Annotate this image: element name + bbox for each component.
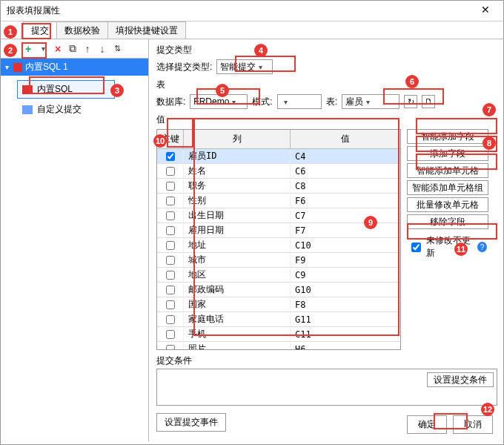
pk-checkbox[interactable]	[166, 167, 175, 176]
badge-7: 7	[483, 103, 496, 116]
grid-val: G11	[291, 314, 400, 325]
pk-checkbox[interactable]	[166, 182, 175, 191]
batch-modify-button[interactable]: 批量修改单元格	[407, 197, 488, 212]
badge-9: 9	[364, 216, 377, 229]
tree-root[interactable]: ▾ 内置SQL 1	[1, 59, 148, 76]
grid-row[interactable]: 雇员IDC4	[157, 149, 400, 164]
pk-checkbox[interactable]	[166, 315, 175, 324]
grid-row[interactable]: 家庭电话G11	[157, 312, 400, 327]
grid-val: C9	[291, 270, 400, 280]
badge-10: 10	[153, 134, 167, 148]
grid-col: 手机	[184, 328, 291, 340]
db-icon	[22, 85, 33, 94]
delete-icon[interactable]: ×	[51, 42, 64, 56]
chevron-down-icon: ▾	[366, 98, 370, 106]
grid-row[interactable]: 城市F9	[157, 253, 400, 268]
pk-checkbox[interactable]	[166, 286, 175, 294]
table-combo[interactable]: 雇员 ▾	[342, 94, 399, 109]
pk-checkbox[interactable]	[166, 197, 175, 205]
grid-row[interactable]: 邮政编码G10	[157, 283, 400, 297]
tree-root-label: 内置SQL 1	[25, 61, 68, 73]
tree-item-label: 内置SQL	[37, 83, 73, 96]
grid-col: 雇员ID	[184, 150, 291, 162]
dropdown-icon[interactable]: ▾	[36, 42, 50, 56]
help-icon[interactable]: ?	[477, 242, 487, 252]
add-icon[interactable]: +	[21, 42, 35, 56]
grid-header-val: 值	[291, 130, 400, 148]
tab-submit[interactable]: 提交	[23, 22, 57, 39]
expand-icon: ▾	[5, 63, 9, 71]
pk-checkbox[interactable]	[166, 226, 175, 235]
grid-val: C8	[291, 181, 400, 191]
badge-6: 6	[405, 75, 419, 88]
grid-row[interactable]: 照片H6	[157, 342, 400, 349]
grid-col: 邮政编码	[184, 283, 291, 296]
add-field-button[interactable]: 添加字段	[407, 146, 488, 161]
grid-row[interactable]: 姓名C6	[157, 164, 400, 179]
left-toolbar: + ▾ ×	[1, 39, 148, 59]
grid-val: G10	[291, 285, 400, 295]
chevron-down-icon: ▾	[284, 98, 288, 106]
badge-8: 8	[483, 136, 496, 150]
grid-row[interactable]: 手机C11	[157, 327, 400, 342]
tree-item-label: 自定义提交	[37, 103, 82, 116]
grid-col: 地区	[184, 268, 291, 281]
mode-combo[interactable]: ▾	[277, 94, 322, 109]
grid-row[interactable]: 性别F6	[157, 194, 400, 208]
grid-row[interactable]: 职务C8	[157, 179, 400, 194]
smart-add-cellgroup-button[interactable]: 智能添加单元格组	[407, 180, 488, 195]
grid-row[interactable]: 地区C9	[157, 268, 400, 283]
pk-checkbox[interactable]	[166, 271, 175, 280]
grid-val: C11	[291, 329, 400, 340]
close-icon[interactable]: ✕	[474, 2, 497, 20]
chevron-down-icon: ▾	[232, 98, 236, 106]
grid-val: H6	[291, 344, 400, 350]
submit-type-combo[interactable]: 智能提交 ▾	[216, 59, 273, 74]
grid-row[interactable]: 地址C10	[157, 238, 400, 253]
grid-row[interactable]: 雇用日期F7	[157, 223, 400, 238]
badge-3: 3	[110, 84, 124, 97]
sort-icon[interactable]	[110, 42, 124, 56]
grid-col: 城市	[184, 254, 291, 266]
grid-col: 出生日期	[184, 209, 291, 222]
field-grid: 主键 列 值 雇员IDC4姓名C6职务C8性别F6出生日期C7雇用日期F7地址C…	[156, 129, 401, 350]
smart-add-field-button[interactable]: 智能添加字段	[407, 129, 488, 144]
pk-checkbox[interactable]	[166, 345, 175, 350]
set-cond-button[interactable]: 设置提交条件	[427, 372, 494, 387]
copy-icon[interactable]	[66, 42, 79, 56]
grid-header-col: 列	[184, 130, 291, 148]
grid-val: F9	[291, 255, 400, 266]
tab-shortcut[interactable]: 填报快捷键设置	[107, 22, 186, 39]
pk-checkbox[interactable]	[166, 330, 175, 339]
grid-col: 国家	[184, 298, 291, 311]
remove-field-button[interactable]: 移除字段	[407, 214, 488, 229]
grid-row[interactable]: 国家F8	[157, 297, 400, 312]
grid-col: 地址	[184, 239, 291, 251]
grid-val: F6	[291, 196, 400, 206]
table-label: 表:	[326, 96, 337, 108]
browse-button[interactable]: 🗋	[422, 95, 435, 108]
submit-cond-box: 设置提交条件	[156, 369, 497, 406]
tree-item-builtin-sql[interactable]: 内置SQL	[17, 80, 115, 99]
window-title: 报表填报属性	[7, 4, 60, 17]
pk-checkbox[interactable]	[166, 241, 175, 250]
move-up-icon[interactable]	[81, 42, 94, 56]
chevron-down-icon: ▾	[259, 63, 262, 71]
tab-validate[interactable]: 数据校验	[56, 22, 108, 39]
cancel-button[interactable]: 取消	[453, 415, 493, 434]
pk-checkbox[interactable]	[166, 256, 175, 265]
ok-button[interactable]: 确定	[407, 415, 447, 434]
set-event-button[interactable]: 设置提交事件	[156, 413, 226, 432]
move-down-icon[interactable]	[96, 42, 109, 56]
table-section: 表	[156, 79, 497, 91]
grid-col: 性别	[184, 194, 291, 207]
badge-5: 5	[216, 84, 229, 97]
pk-checkbox[interactable]	[166, 300, 175, 309]
tree-item-custom[interactable]: 自定义提交	[17, 100, 115, 119]
pk-checkbox[interactable]	[166, 211, 175, 220]
no-update-row[interactable]: 未修改不更新 ?	[407, 233, 488, 261]
no-update-checkbox[interactable]	[411, 243, 421, 252]
refresh-button[interactable]: ↻	[404, 95, 417, 108]
smart-add-cell-button[interactable]: 智能添加单元格	[407, 163, 488, 178]
pk-checkbox[interactable]	[166, 152, 175, 161]
